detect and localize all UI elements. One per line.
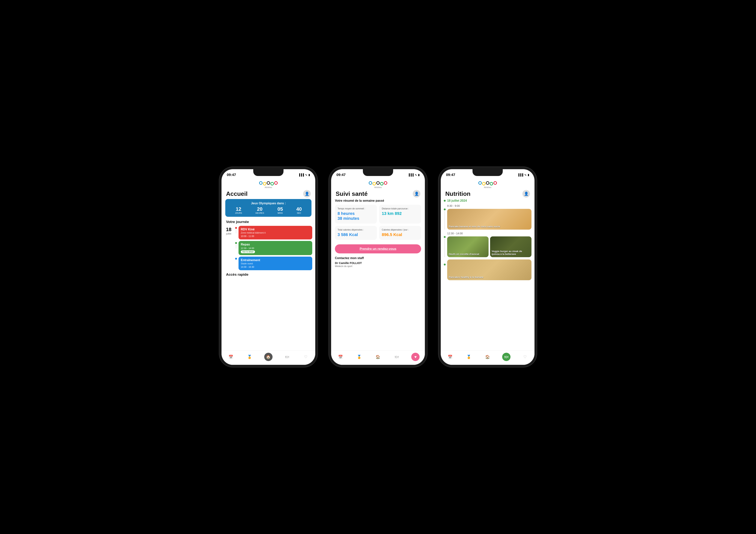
nav-medal-3[interactable]: 🏅 bbox=[463, 353, 474, 361]
meal-name-pancakes: Pancakes healthy à la banane bbox=[449, 276, 483, 279]
meal-card-bg-pancakes: Pancakes healthy à la banane bbox=[447, 260, 531, 280]
meal-cards-1: Pancake banane et noix de coco sans sucr… bbox=[447, 209, 531, 230]
nav-medal-1[interactable]: 🏅 bbox=[244, 353, 255, 361]
date-text: 18 juillet 2024 bbox=[447, 199, 467, 202]
notch-2 bbox=[363, 169, 393, 176]
tl-line-col-2 bbox=[444, 232, 446, 257]
meal-name-oeufs: Oeufs en cocotte d'avocat bbox=[449, 253, 479, 256]
stat-total-cal: Total calories dépensées : 3 586 Kcal bbox=[335, 226, 377, 240]
bottom-nav-1: 📅 🏅 🏠 🍽 ♡ bbox=[222, 350, 315, 365]
dot-container-blue bbox=[235, 257, 237, 260]
countdown-label-heures: HEURES bbox=[255, 212, 264, 214]
food-icon-1: 🍽 bbox=[283, 353, 291, 361]
countdown-values: 12 JOURS 20 HEURES 05 MINS 40 SEC bbox=[228, 207, 309, 214]
ring-yellow-2 bbox=[372, 182, 376, 186]
meal-card-bg-1: Pancake banane et noix de coco sans sucr… bbox=[447, 209, 531, 230]
countdown-num-heures: 20 bbox=[255, 207, 264, 212]
heart-icon-3: ♡ bbox=[521, 353, 529, 361]
stat-total-cal-label: Total calories dépensées : bbox=[338, 228, 374, 232]
olympic-rings-3 bbox=[478, 181, 497, 186]
sched-rdv-kine: RDV Kiné Zone médical bâtiment A 10:00 -… bbox=[235, 226, 312, 240]
tl-dot-3 bbox=[444, 264, 446, 266]
sched-card-repas[interactable]: Repas 12:30 - 14:00 Voir le détail bbox=[238, 241, 312, 255]
ring-blue bbox=[259, 181, 262, 185]
status-icons-1: ▐▐▐ ∿ ▮ bbox=[298, 173, 310, 176]
home-icon-2: 🏠 bbox=[374, 353, 382, 361]
tl-dot-2 bbox=[444, 236, 446, 238]
olympic-header-2: Athlétes bbox=[331, 179, 425, 189]
stat-total-cal-value: 3 586 Kcal bbox=[338, 232, 374, 237]
nav-heart-3[interactable]: ♡ bbox=[519, 353, 531, 361]
olympic-rings-2 bbox=[369, 181, 387, 186]
page-title-1: Accueil bbox=[226, 190, 248, 197]
nav-food-2[interactable]: 🍽 bbox=[391, 353, 402, 361]
sched-repas: Repas 12:30 - 14:00 Voir le détail bbox=[235, 241, 312, 255]
nav-food-3[interactable]: 🍽 bbox=[501, 353, 512, 361]
status-icons-2: ▐▐▐ ∿ ▮ bbox=[408, 173, 419, 176]
countdown-label-jours: JOURS bbox=[235, 212, 242, 214]
nav-heart-2[interactable]: ♥ bbox=[410, 353, 421, 361]
tl-dot-1 bbox=[444, 209, 446, 210]
stat-sleep-label: Temps moyen de sommeil : bbox=[338, 207, 374, 210]
medal-icon-3: 🏅 bbox=[465, 353, 473, 361]
ring-green-2 bbox=[380, 182, 384, 186]
nav-food-1[interactable]: 🍽 bbox=[282, 353, 293, 361]
appt-btn[interactable]: Prendre un rendez-vous bbox=[335, 244, 421, 253]
sched-card-kine[interactable]: RDV Kiné Zone médical bâtiment A 10:00 -… bbox=[238, 226, 312, 240]
food-icon-2: 🍽 bbox=[392, 353, 401, 361]
ring-yellow bbox=[263, 182, 266, 186]
home-icon-1: 🏠 bbox=[264, 353, 273, 361]
ring-red-2 bbox=[384, 181, 387, 185]
date-label: 18 juillet 2024 bbox=[444, 199, 531, 202]
avatar-btn-2[interactable]: 👤 bbox=[413, 190, 420, 197]
meal-veggie-burger[interactable]: Veggie burger au steak de quinoa à la be… bbox=[490, 237, 531, 257]
nav-calendar-3[interactable]: 📅 bbox=[445, 353, 456, 361]
kine-title: RDV Kiné bbox=[241, 228, 310, 231]
nav-home-3[interactable]: 🏠 bbox=[482, 353, 493, 361]
heart-icon-2: ♥ bbox=[411, 353, 419, 361]
sched-line-1 bbox=[236, 230, 236, 233]
meal-cards-3: Pancakes healthy à la banane bbox=[447, 260, 531, 280]
date-dot bbox=[444, 200, 446, 202]
signal-icon-3: ▐▐▐ bbox=[518, 173, 523, 176]
nav-calendar-2[interactable]: 📅 bbox=[335, 353, 346, 361]
page-title-2: Suivi santé bbox=[336, 190, 367, 197]
olympic-header-3: Athlétes bbox=[441, 179, 534, 189]
sched-card-entrainement[interactable]: Entraînement Stade ouest 14:30 - 16:30 bbox=[238, 257, 312, 270]
countdown-sec: 40 SEC bbox=[296, 207, 302, 214]
page-title-3: Nutrition bbox=[445, 190, 471, 197]
schedule-items: RDV Kiné Zone médical bâtiment A 10:00 -… bbox=[235, 226, 312, 270]
countdown-num-sec: 40 bbox=[296, 207, 302, 212]
battery-icon-3: ▮ bbox=[528, 173, 529, 176]
meal-pancake-banana[interactable]: Pancake banane et noix de coco sans sucr… bbox=[447, 209, 531, 230]
meal-cards-2: Oeufs en cocotte d'avocat Veggie burger … bbox=[447, 237, 531, 257]
schedule-month: juillet bbox=[226, 232, 231, 235]
countdown-num-jours: 12 bbox=[235, 207, 242, 212]
nav-heart-1[interactable]: ♡ bbox=[300, 353, 311, 361]
week-summary-title: Votre résumé de la semaine passé bbox=[335, 199, 421, 202]
notch-3 bbox=[472, 169, 503, 176]
medal-icon-1: 🏅 bbox=[246, 353, 254, 361]
olympic-rings-1 bbox=[259, 181, 278, 186]
nav-calendar-1[interactable]: 📅 bbox=[225, 353, 237, 361]
time-slot-1: 8:30 - 9:00 bbox=[447, 204, 531, 207]
voir-detail-btn[interactable]: Voir le détail bbox=[241, 250, 255, 253]
ring-red bbox=[274, 181, 278, 185]
timeline-slot-3: Pancakes healthy à la banane bbox=[444, 260, 531, 280]
avatar-btn-3[interactable]: 👤 bbox=[523, 190, 530, 197]
meal-oeufs[interactable]: Oeufs en cocotte d'avocat bbox=[447, 237, 489, 257]
staff-name: Dr Camille FOLLIOT bbox=[335, 261, 421, 265]
avatar-btn-1[interactable]: 👤 bbox=[303, 190, 311, 197]
countdown-label-mins: MINS bbox=[278, 212, 283, 214]
ring-green bbox=[270, 182, 274, 186]
wifi-icon: ∿ bbox=[305, 173, 307, 176]
ring-black bbox=[267, 181, 270, 185]
ring-blue-3 bbox=[478, 181, 482, 185]
phones-container: 09:47 ▐▐▐ ∿ ▮ Athlétes bbox=[219, 167, 537, 367]
phone-sante: 09:47 ▐▐▐ ∿ ▮ Athlétes Suivi santé bbox=[329, 167, 427, 367]
nav-home-2[interactable]: 🏠 bbox=[372, 353, 384, 361]
nutrition-scroll: 18 juillet 2024 8:30 - 9:00 Pancake ban bbox=[441, 199, 534, 350]
nav-home-1[interactable]: 🏠 bbox=[263, 353, 274, 361]
nav-medal-2[interactable]: 🏅 bbox=[354, 353, 365, 361]
meal-pancakes-banane[interactable]: Pancakes healthy à la banane bbox=[447, 260, 531, 280]
